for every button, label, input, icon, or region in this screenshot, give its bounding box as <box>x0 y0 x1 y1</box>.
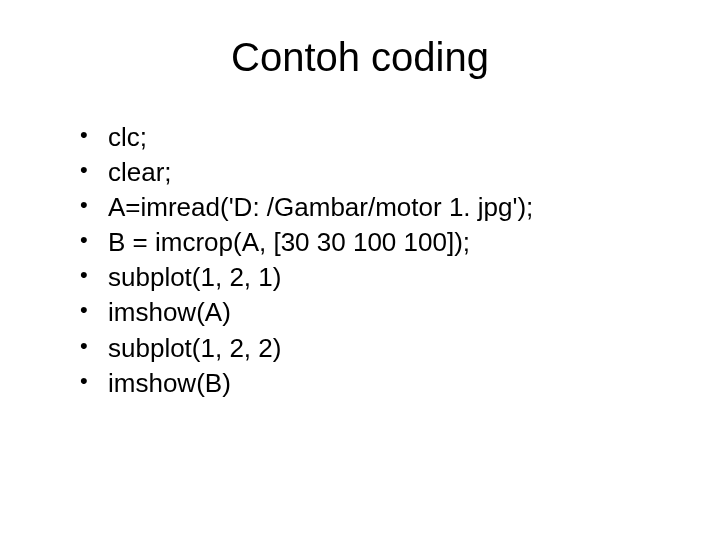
slide-title: Contoh coding <box>50 35 670 80</box>
list-item: imshow(B) <box>80 366 670 401</box>
slide-content: clc; clear; A=imread('D: /Gambar/motor 1… <box>50 120 670 401</box>
slide-container: Contoh coding clc; clear; A=imread('D: /… <box>0 0 720 540</box>
list-item: B = imcrop(A, [30 30 100 100]); <box>80 225 670 260</box>
list-item: clear; <box>80 155 670 190</box>
code-list: clc; clear; A=imread('D: /Gambar/motor 1… <box>80 120 670 401</box>
list-item: imshow(A) <box>80 295 670 330</box>
list-item: clc; <box>80 120 670 155</box>
list-item: subplot(1, 2, 2) <box>80 331 670 366</box>
list-item: A=imread('D: /Gambar/motor 1. jpg'); <box>80 190 670 225</box>
list-item: subplot(1, 2, 1) <box>80 260 670 295</box>
